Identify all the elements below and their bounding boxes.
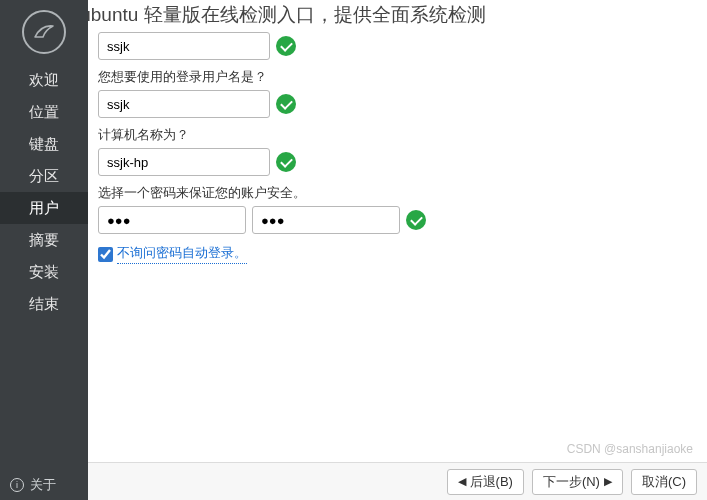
form-panel: 您想要使用的登录用户名是？ 计算机名称为？ 选择一个密码来保证您的账户安全。 不… <box>88 28 707 462</box>
chevron-left-icon: ◀ <box>458 475 466 488</box>
hostname-input[interactable] <box>98 148 270 176</box>
about-label: 关于 <box>30 476 56 494</box>
check-icon <box>276 36 296 56</box>
check-icon <box>276 94 296 114</box>
cancel-button[interactable]: 取消(C) <box>631 469 697 495</box>
autologin-label[interactable]: 不询问密码自动登录。 <box>117 244 247 264</box>
window-title-bar: lubuntu 轻量版在线检测入口，提供全面系统检测 <box>70 0 707 28</box>
password-confirm-input[interactable] <box>252 206 400 234</box>
hostname-label: 计算机名称为？ <box>98 126 697 144</box>
about-link[interactable]: i 关于 <box>0 470 88 500</box>
nav-welcome[interactable]: 欢迎 <box>0 64 88 96</box>
footer-bar: ◀ 后退(B) 下一步(N) ▶ 取消(C) <box>88 462 707 500</box>
password-section-label: 选择一个密码来保证您的账户安全。 <box>98 184 697 202</box>
nav-users[interactable]: 用户 <box>0 192 88 224</box>
sidebar: 欢迎 位置 键盘 分区 用户 摘要 安装 结束 i 关于 <box>0 0 88 500</box>
fullname-input[interactable] <box>98 32 270 60</box>
nav-keyboard[interactable]: 键盘 <box>0 128 88 160</box>
autologin-checkbox[interactable] <box>98 247 113 262</box>
nav-summary[interactable]: 摘要 <box>0 224 88 256</box>
password-input[interactable] <box>98 206 246 234</box>
nav-finish[interactable]: 结束 <box>0 288 88 320</box>
nav-location[interactable]: 位置 <box>0 96 88 128</box>
lubuntu-logo-icon <box>22 10 66 54</box>
check-icon <box>276 152 296 172</box>
next-button[interactable]: 下一步(N) ▶ <box>532 469 623 495</box>
chevron-right-icon: ▶ <box>604 475 612 488</box>
logo-container <box>0 0 88 58</box>
back-button[interactable]: ◀ 后退(B) <box>447 469 524 495</box>
nav-partition[interactable]: 分区 <box>0 160 88 192</box>
check-icon <box>406 210 426 230</box>
info-icon: i <box>10 478 24 492</box>
username-input[interactable] <box>98 90 270 118</box>
window-title: lubuntu 轻量版在线检测入口，提供全面系统检测 <box>76 4 486 25</box>
nav-install[interactable]: 安装 <box>0 256 88 288</box>
login-label: 您想要使用的登录用户名是？ <box>98 68 697 86</box>
nav-list: 欢迎 位置 键盘 分区 用户 摘要 安装 结束 <box>0 64 88 470</box>
